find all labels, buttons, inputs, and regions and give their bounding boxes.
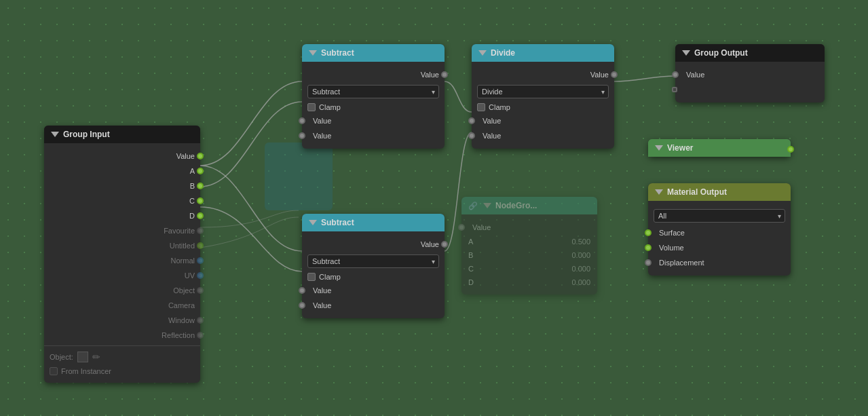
displacement-socket[interactable] <box>645 259 652 266</box>
collapse-triangle[interactable] <box>655 145 663 151</box>
volume-socket[interactable] <box>645 244 652 251</box>
input-socket-2[interactable] <box>468 132 475 139</box>
c-row: C <box>44 193 200 208</box>
collapse-triangle[interactable] <box>682 50 690 56</box>
divide-node: Divide Value Divide Add Subtract Multipl… <box>472 44 614 149</box>
divide-header: Divide <box>472 44 614 62</box>
subtract-bottom-output[interactable] <box>441 241 448 248</box>
object-field-row: Object: ✏ <box>44 349 200 365</box>
object-output-socket[interactable] <box>197 287 204 294</box>
group-input-body: Value A B C D Favourite Untitled Normal <box>44 143 200 383</box>
target-dropdown-wrapper: All Cycles EEVEE <box>654 209 785 223</box>
value-output-socket[interactable] <box>197 153 204 159</box>
subtract-top-node: Subtract Value Subtract Add Multiply Div… <box>302 44 445 149</box>
divide-output[interactable] <box>611 71 618 78</box>
extra-socket[interactable] <box>672 87 677 92</box>
subtract-bottom-title: Subtract <box>321 218 354 227</box>
viewer-output[interactable] <box>787 146 794 153</box>
from-instancer-checkbox[interactable] <box>50 367 58 375</box>
input-socket-2[interactable] <box>299 132 305 139</box>
group-output-input[interactable] <box>672 71 679 78</box>
input-value-2: Value <box>302 298 445 313</box>
input-value-1: Value <box>302 283 445 298</box>
group-output-node: Group Output Value <box>675 44 825 102</box>
input-socket-1[interactable] <box>468 117 475 124</box>
collapse-triangle[interactable] <box>478 50 487 56</box>
normal-socket[interactable] <box>197 257 204 264</box>
ng-b-row: B 0.000 <box>461 248 597 262</box>
favourite-socket[interactable] <box>197 227 204 234</box>
bg-node-subtract-mid <box>265 143 333 210</box>
ng-value-row: Value <box>461 220 597 235</box>
a-output-socket[interactable] <box>197 168 204 174</box>
divide-body: Value Divide Add Subtract Multiply Clamp… <box>472 62 614 149</box>
collapse-triangle[interactable] <box>655 189 663 195</box>
operation-dropdown-wrapper: Divide Add Subtract Multiply <box>477 85 609 98</box>
extra-socket-row <box>675 82 825 97</box>
clamp-checkbox[interactable] <box>477 103 485 111</box>
input-value-2: Value <box>302 128 445 143</box>
collapse-triangle[interactable] <box>483 203 491 208</box>
operation-dropdown[interactable]: Subtract Add Multiply Divide <box>307 85 439 98</box>
collapse-triangle[interactable] <box>51 132 59 137</box>
ng-c-row: C 0.000 <box>461 262 597 276</box>
window-socket[interactable] <box>197 317 204 324</box>
viewer-header: Viewer <box>648 139 791 157</box>
clamp-row: Clamp <box>302 271 445 283</box>
divide-title: Divide <box>491 48 515 58</box>
clamp-row: Clamp <box>472 101 614 113</box>
clamp-row: Clamp <box>302 101 445 113</box>
subtract-top-title: Subtract <box>321 48 354 58</box>
displacement-row: Displacement <box>648 255 791 270</box>
output-value-row: Value <box>472 67 614 82</box>
uv-socket[interactable] <box>197 272 204 279</box>
window-row: Window <box>44 313 200 328</box>
surface-socket[interactable] <box>645 229 652 236</box>
input-value-1: Value <box>302 113 445 128</box>
input-value-2: Value <box>472 128 614 143</box>
clamp-checkbox[interactable] <box>307 273 316 281</box>
reflection-row: Reflection <box>44 328 200 343</box>
a-row: A <box>44 164 200 178</box>
c-output-socket[interactable] <box>197 197 204 204</box>
volume-row: Volume <box>648 240 791 255</box>
nodegroup-node: 🔗 NodeGro... Value A 0.500 B 0.000 C 0.0… <box>461 197 597 295</box>
input-socket-2[interactable] <box>299 302 305 309</box>
object-square-icon[interactable] <box>77 352 88 362</box>
material-output-node: Material Output All Cycles EEVEE Surface… <box>648 183 791 276</box>
input-socket-1[interactable] <box>299 117 305 124</box>
ng-a-row: A 0.500 <box>461 235 597 248</box>
b-output-socket[interactable] <box>197 183 204 189</box>
target-dropdown[interactable]: All Cycles EEVEE <box>654 209 785 223</box>
group-output-header: Group Output <box>675 44 825 62</box>
subtract-bottom-body: Value Subtract Add Multiply Divide Clamp… <box>302 231 445 318</box>
ng-d-row: D 0.000 <box>461 276 597 289</box>
surface-row: Surface <box>648 225 791 240</box>
d-output-socket[interactable] <box>197 212 204 219</box>
material-output-title: Material Output <box>667 187 727 197</box>
object-row-socket: Object <box>44 283 200 298</box>
uv-row: UV <box>44 268 200 283</box>
output-value-row: Value <box>302 237 445 252</box>
operation-dropdown[interactable]: Divide Add Subtract Multiply <box>477 85 609 98</box>
subtract-bottom-header: Subtract <box>302 214 445 231</box>
input-socket-1[interactable] <box>299 287 305 294</box>
subtract-top-body: Value Subtract Add Multiply Divide Clamp… <box>302 62 445 149</box>
material-output-body: All Cycles EEVEE Surface Volume Displace… <box>648 201 791 276</box>
output-value-row: Value <box>675 67 825 82</box>
subtract-top-output[interactable] <box>441 71 448 78</box>
collapse-triangle[interactable] <box>309 50 317 56</box>
operation-dropdown-wrapper: Subtract Add Multiply Divide <box>307 85 439 98</box>
eyedropper-icon[interactable]: ✏ <box>92 352 100 362</box>
nodegroup-title: NodeGro... <box>495 201 537 210</box>
nodegroup-body: Value A 0.500 B 0.000 C 0.000 D 0.000 <box>461 214 597 295</box>
group-output-body: Value <box>675 62 825 102</box>
untitled-socket[interactable] <box>197 242 204 249</box>
d-row: D <box>44 208 200 223</box>
ng-value-input[interactable] <box>458 224 465 231</box>
operation-dropdown[interactable]: Subtract Add Multiply Divide <box>307 254 439 268</box>
clamp-checkbox[interactable] <box>307 103 316 111</box>
camera-row: Camera <box>44 298 200 313</box>
reflection-socket[interactable] <box>197 332 204 339</box>
collapse-triangle[interactable] <box>309 220 317 225</box>
